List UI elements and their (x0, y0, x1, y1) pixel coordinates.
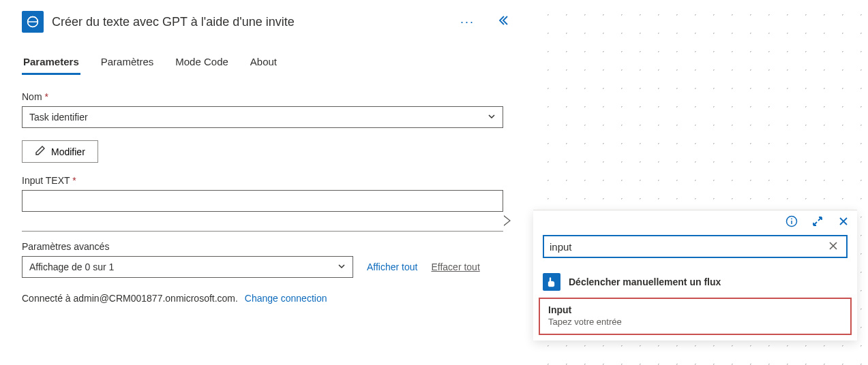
panel-title: Créer du texte avec GPT à l'aide d'une i… (52, 15, 448, 29)
collapse-panel-icon[interactable] (495, 15, 511, 29)
more-menu-icon[interactable]: ··· (456, 15, 479, 29)
input-text-field[interactable] (22, 190, 503, 212)
trigger-title: Déclencher manuellement un flux (569, 276, 721, 287)
popup-search-box[interactable] (543, 235, 848, 258)
change-connection-link[interactable]: Change connection (245, 293, 327, 304)
trigger-section: Déclencher manuellement un flux (533, 266, 857, 298)
dynamic-content-popup: Déclencher manuellement un flux Input Ta… (533, 210, 857, 340)
nom-label: Nom * (22, 91, 511, 102)
nom-dropdown[interactable]: Task identifier (22, 106, 503, 128)
advanced-label: Paramètres avancés (22, 241, 511, 252)
manual-trigger-icon (543, 273, 560, 291)
svg-point-3 (791, 218, 792, 219)
tab-parametres[interactable]: Paramètres (100, 52, 155, 75)
close-icon[interactable] (837, 215, 850, 228)
connection-prefix: Connecté à (22, 293, 74, 304)
required-indicator: * (44, 91, 48, 102)
input-text-label: Input TEXT * (22, 175, 511, 186)
expand-icon[interactable] (811, 215, 824, 228)
tab-about[interactable]: About (249, 52, 278, 75)
search-result-item[interactable]: Input Tapez votre entrée (539, 298, 852, 335)
result-subtitle: Tapez votre entrée (548, 317, 842, 327)
clear-all-link[interactable]: Effacer tout (431, 261, 479, 272)
result-title: Input (548, 304, 842, 315)
connection-info: Connecté à admin@CRM001877.onmicrosoft.c… (22, 293, 511, 304)
info-icon[interactable] (785, 215, 798, 228)
field-input-text: Input TEXT * (22, 175, 511, 212)
modify-button-label: Modifier (51, 146, 85, 157)
popup-search-input[interactable] (550, 241, 826, 253)
required-indicator: * (72, 175, 76, 186)
chevron-down-icon (488, 112, 496, 123)
input-text-label-text: Input TEXT (22, 175, 70, 186)
clear-search-icon[interactable] (826, 240, 841, 254)
tab-parameters[interactable]: Parameters (22, 52, 80, 75)
section-divider (22, 231, 503, 232)
pointer-arrow-icon (504, 215, 511, 226)
pencil-icon (35, 145, 46, 158)
advanced-dropdown-value: Affichage de 0 sur 1 (29, 261, 114, 272)
nom-value: Task identifier (29, 112, 88, 123)
advanced-row: Affichage de 0 sur 1 Afficher tout Effac… (22, 256, 511, 278)
advanced-dropdown[interactable]: Affichage de 0 sur 1 (22, 256, 353, 278)
popup-toolbar (533, 210, 857, 231)
gpt-action-icon (22, 11, 44, 33)
panel-header: Créer du texte avec GPT à l'aide d'une i… (22, 11, 511, 33)
tab-mode-code[interactable]: Mode Code (174, 52, 230, 75)
connection-account: admin@CRM001877.onmicrosoft.com. (74, 293, 238, 304)
config-panel: Créer du texte avec GPT à l'aide d'une i… (0, 0, 533, 365)
show-all-link[interactable]: Afficher tout (367, 261, 417, 272)
tab-bar: Parameters Paramètres Mode Code About (22, 52, 511, 75)
chevron-down-icon (338, 262, 346, 272)
modify-button[interactable]: Modifier (22, 140, 98, 163)
nom-label-text: Nom (22, 91, 42, 102)
field-nom: Nom * Task identifier (22, 91, 511, 128)
